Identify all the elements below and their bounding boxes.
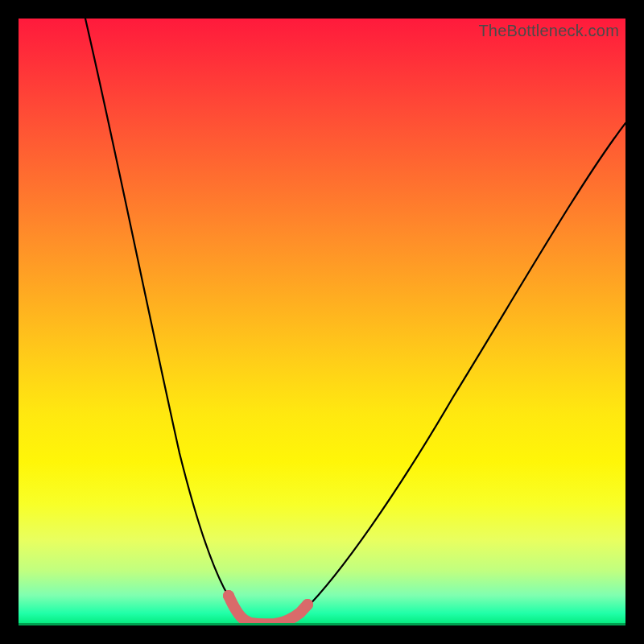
- chart-plot-area: TheBottleneck.com: [19, 19, 625, 625]
- highlight-end-dot-left: [223, 590, 234, 601]
- baseline-strip: [19, 623, 625, 625]
- highlight-end-dot-right: [302, 599, 313, 610]
- curve-svg: [19, 19, 625, 625]
- bottleneck-curve: [85, 19, 625, 624]
- watermark-text: TheBottleneck.com: [478, 22, 619, 40]
- optimal-range-highlight: [229, 596, 308, 624]
